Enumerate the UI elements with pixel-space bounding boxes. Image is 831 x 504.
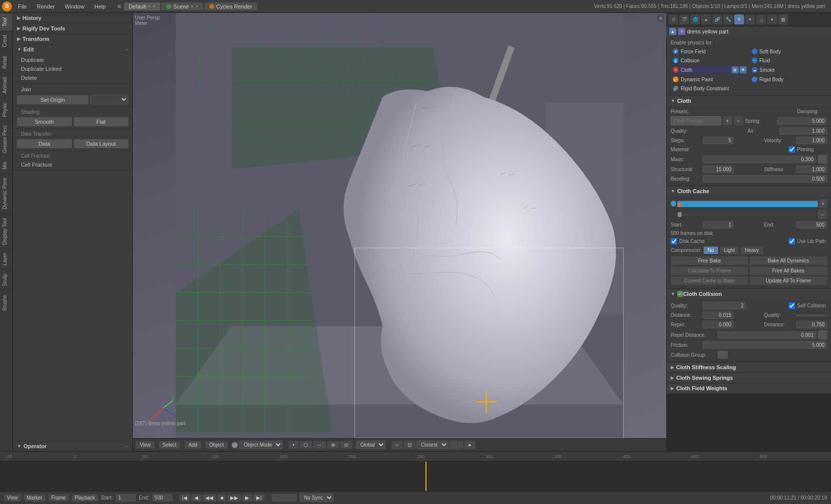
pb-playback-btn[interactable]: Playback: [72, 494, 98, 502]
tab-scene[interactable]: Scene × +: [161, 2, 203, 10]
item-duplicate-linked[interactable]: Duplicate Linked: [13, 64, 132, 73]
free-bake-btn[interactable]: Free Bake: [671, 256, 748, 265]
prop-physics-icon[interactable]: ⚛: [734, 14, 744, 24]
physics-cloth[interactable]: ✕ Cloth ⊞ 👁: [671, 65, 749, 74]
vp-add-btn[interactable]: Add: [184, 441, 201, 449]
camera-btn[interactable]: 🎥: [449, 441, 463, 449]
physics-rigid-body[interactable]: ⬡ Rigid Body: [750, 75, 828, 83]
tab-default-close[interactable]: ×: [148, 4, 150, 9]
comp-heavy-btn[interactable]: Heavy: [741, 247, 763, 254]
repel-distance-value[interactable]: 0.001: [718, 331, 816, 339]
menu-file[interactable]: File: [14, 2, 31, 10]
object-mode-select[interactable]: Object Mode: [239, 441, 283, 449]
pinning-checkbox[interactable]: [789, 146, 795, 153]
viewport-transform[interactable]: ⊕: [327, 441, 339, 449]
viewport-dots[interactable]: •: [289, 441, 299, 449]
item-duplicate[interactable]: Duplicate: [13, 55, 132, 64]
distance-value[interactable]: 0.015: [703, 311, 734, 319]
prop-modifier-icon[interactable]: 🔧: [723, 14, 733, 24]
left-tab-grease[interactable]: Grease Perc: [0, 121, 12, 157]
viewport-solid[interactable]: ⬡: [300, 441, 312, 449]
menu-window[interactable]: Window: [61, 2, 88, 10]
pb-marker-btn[interactable]: Marker: [24, 494, 45, 502]
section-history-header[interactable]: ▶ History: [13, 13, 132, 23]
workspace-icon[interactable]: ⊞: [116, 3, 123, 10]
section-rigify-header[interactable]: ▶ Rigify Dev Tools: [13, 23, 132, 33]
menu-help[interactable]: Help: [90, 2, 110, 10]
physics-collision[interactable]: 💧 Collision: [671, 56, 749, 64]
air-value[interactable]: 1.000: [780, 127, 828, 135]
cloth-presets-remove[interactable]: −: [734, 116, 743, 125]
tab-default[interactable]: Default × +: [124, 2, 160, 10]
pb-frame-btn[interactable]: Frame: [48, 494, 69, 502]
stiffness-header[interactable]: ▶ Cloth Stiffness Scaling: [667, 362, 831, 372]
comp-no-btn[interactable]: No: [704, 247, 718, 254]
physics-smoke[interactable]: ☁ Smoke: [750, 65, 828, 74]
viewport-settings-btn[interactable]: ⚙: [657, 15, 664, 22]
lib-path-checkbox[interactable]: [789, 238, 795, 245]
viewport-pivot[interactable]: ⊙: [340, 441, 352, 449]
left-tab-animation[interactable]: Animati: [0, 72, 12, 97]
left-tab-dynamic[interactable]: Dynamic Pore: [0, 174, 12, 214]
set-origin-dropdown[interactable]: [90, 95, 128, 104]
closest-select[interactable]: Closest: [416, 441, 448, 449]
section-transform-header[interactable]: ▶ Transform: [13, 34, 132, 44]
bending-value[interactable]: 0.500: [703, 175, 827, 183]
steps-value[interactable]: 5: [703, 137, 734, 144]
prop-material-icon[interactable]: ●: [767, 14, 777, 24]
pb-next-frame[interactable]: ▶: [242, 494, 252, 502]
sc-distance-value[interactable]: 0.750: [796, 321, 827, 328]
cache-remove-btn[interactable]: −: [818, 210, 827, 219]
collision-enabled-checkbox[interactable]: ✓: [677, 291, 683, 297]
menu-render[interactable]: Render: [33, 2, 59, 10]
prop-scene-icon[interactable]: 🎬: [679, 14, 689, 24]
physics-force-field[interactable]: ⚡ Force Field: [671, 47, 749, 55]
cache-start-value[interactable]: 1: [703, 221, 734, 229]
set-origin-btn[interactable]: Set Origin: [17, 95, 88, 104]
bake-all-dynamics-btn[interactable]: Bake All Dynamics: [750, 256, 827, 265]
col-quality-value[interactable]: 2: [703, 302, 746, 309]
stiffness-value[interactable]: 1.000: [796, 166, 827, 173]
item-cell-fracture[interactable]: Cell Fracture: [13, 160, 132, 169]
prop-object-icon[interactable]: ▲: [701, 14, 711, 24]
physics-rigid-body-constraint[interactable]: 🔗 Rigid Body Constraint: [671, 84, 827, 92]
pb-jump-end[interactable]: ▶|: [253, 494, 265, 502]
pb-current-frame[interactable]: 287: [272, 494, 297, 502]
repel-value[interactable]: 0.000: [703, 321, 734, 328]
physics-soft-body[interactable]: ○ Soft Body: [750, 47, 828, 55]
sc-quality-value[interactable]: [796, 314, 827, 316]
prop-world-icon[interactable]: 🌐: [690, 14, 700, 24]
tab-add-icon[interactable]: +: [153, 4, 155, 9]
item-join[interactable]: Join: [13, 85, 132, 94]
data-layout-btn[interactable]: Data Layout: [74, 139, 129, 148]
free-all-bakes-btn[interactable]: Free All Bakes: [750, 266, 827, 275]
vp-view-btn[interactable]: View: [136, 441, 155, 449]
left-tab-brush[interactable]: Brushe: [0, 290, 12, 315]
cloth-screen-icon[interactable]: ⊞: [732, 66, 739, 73]
calculate-to-frame-btn[interactable]: Calculate To Frame: [671, 266, 748, 275]
viewport-canvas[interactable]: User PerspMeter (287) dress yellow part …: [133, 13, 666, 438]
operator-header[interactable]: ▼ Operator –: [13, 441, 132, 451]
mass-value[interactable]: 0.300: [703, 156, 816, 163]
pb-prev-frame[interactable]: ◀: [191, 494, 201, 502]
update-all-to-frame-btn[interactable]: Update All To Frame: [750, 276, 827, 285]
left-tab-misc[interactable]: Mis: [0, 157, 12, 174]
rec-btn[interactable]: ●: [464, 441, 475, 449]
prop-particles-icon[interactable]: ✦: [745, 14, 755, 24]
comp-light-btn[interactable]: Light: [720, 247, 739, 254]
flat-btn[interactable]: Flat: [74, 117, 129, 126]
left-tab-sculp[interactable]: Sculp: [0, 269, 12, 290]
velocity-value[interactable]: 1.000: [796, 137, 827, 144]
cloth-presets-input[interactable]: [671, 116, 721, 125]
smooth-btn[interactable]: Smooth: [17, 117, 72, 126]
section-edit-header[interactable]: ▼ Edit –: [13, 44, 132, 54]
structural-value[interactable]: 15.000: [703, 166, 734, 173]
data-btn[interactable]: Data: [17, 139, 72, 148]
snap-btn[interactable]: ⊡: [404, 441, 416, 449]
cloth-cache-header[interactable]: ▼ Cloth Cache: [667, 186, 831, 196]
cache-slider[interactable]: [678, 214, 817, 216]
self-collision-checkbox[interactable]: [789, 302, 795, 309]
tab-cycles[interactable]: Cycles Render: [204, 2, 257, 10]
collision-group-icon[interactable]: [718, 351, 728, 359]
left-tab-relation[interactable]: Relati: [0, 51, 12, 73]
